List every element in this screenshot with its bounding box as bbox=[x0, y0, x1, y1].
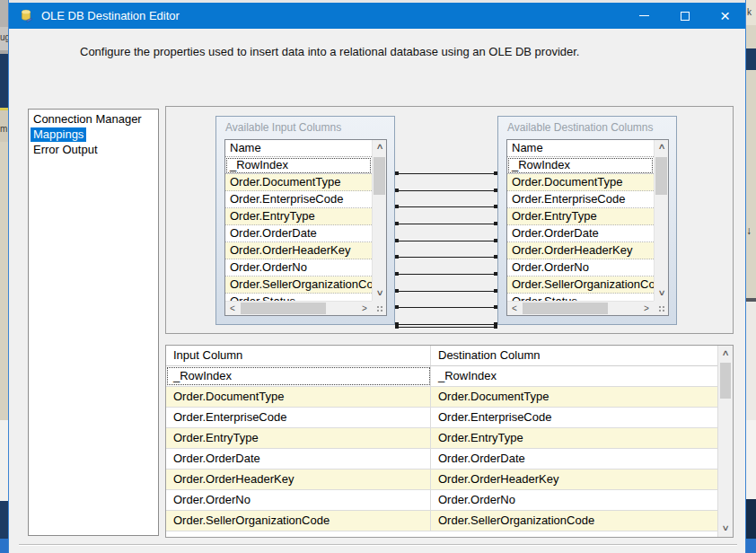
input-box-title: Available Input Columns bbox=[216, 117, 394, 134]
mapping-connection-line[interactable] bbox=[395, 291, 497, 292]
sidebar-item-mappings[interactable]: Mappings bbox=[31, 127, 158, 143]
mapping-connection-line[interactable] bbox=[395, 206, 497, 207]
destination-column-row[interactable]: Order.OrderDate bbox=[507, 225, 654, 242]
grid-vertical-scrollbar[interactable]: ∧ ∨ bbox=[717, 346, 733, 537]
destination-column-row[interactable]: Order.OrderHeaderKey bbox=[507, 242, 654, 259]
scroll-right-arrow-icon[interactable]: > bbox=[639, 302, 654, 316]
scroll-left-arrow-icon[interactable]: < bbox=[507, 302, 522, 316]
destination-column-row[interactable]: Order.OrderNo bbox=[507, 259, 654, 276]
grid-cell-destination[interactable]: Order.OrderNo bbox=[431, 490, 717, 510]
dataflow-arrow-icon: ↓ bbox=[746, 224, 752, 237]
grid-cell-input[interactable]: Order.OrderHeaderKey bbox=[166, 470, 431, 489]
sidebar-item-connection-manager[interactable]: Connection Manager bbox=[31, 112, 158, 127]
destination-column-row[interactable]: Order.SellerOrganizationCode bbox=[507, 276, 654, 294]
mapping-connection-line[interactable] bbox=[395, 190, 497, 191]
input-column-row[interactable]: Order.EnterpriseCode bbox=[225, 191, 372, 208]
grid-cell-destination[interactable]: Order.DocumentType bbox=[431, 387, 717, 407]
input-list-header: Name bbox=[225, 140, 372, 157]
destination-column-row[interactable]: Order.EnterpriseCode bbox=[507, 191, 654, 208]
grid-cell-destination[interactable]: _RowIndex bbox=[431, 366, 717, 386]
minimize-icon bbox=[639, 15, 649, 16]
grid-cell-input[interactable]: Order.EntryType bbox=[166, 428, 431, 448]
destination-column-row[interactable]: Order.EntryType bbox=[507, 208, 654, 225]
titlebar[interactable]: OLE DB Destination Editor × bbox=[9, 3, 745, 29]
window-title: OLE DB Destination Editor bbox=[41, 9, 180, 22]
grid-cell-input[interactable]: Order.SellerOrganizationCode bbox=[166, 511, 431, 531]
grid-row: Order.OrderNo Order.OrderNo bbox=[166, 490, 717, 511]
background-right-strip: k ↓ bbox=[746, 0, 756, 553]
scroll-left-arrow-icon[interactable]: < bbox=[225, 302, 240, 316]
dialog-description: Configure the properties used to insert … bbox=[80, 45, 579, 58]
grid-cell-input[interactable]: Order.OrderDate bbox=[166, 449, 431, 469]
input-column-row[interactable]: Order.EntryType bbox=[225, 208, 372, 225]
mapping-connection-line[interactable] bbox=[395, 241, 497, 241]
grid-header-input-column: Input Column bbox=[166, 346, 431, 365]
maximize-button[interactable] bbox=[664, 3, 705, 29]
scroll-down-arrow-icon[interactable]: ∨ bbox=[370, 286, 387, 301]
scroll-down-arrow-icon[interactable]: ∨ bbox=[652, 286, 669, 301]
bottom-divider bbox=[19, 544, 737, 545]
destination-column-row[interactable]: Order.DocumentType bbox=[507, 174, 654, 191]
page-list: Connection Manager Mappings Error Output bbox=[28, 109, 159, 536]
input-column-row[interactable]: Order.SellerOrganizationCode bbox=[225, 276, 372, 294]
input-list-vertical-scrollbar[interactable]: ∧ ∨ bbox=[372, 140, 386, 301]
scroll-up-arrow-icon[interactable]: ∧ bbox=[716, 347, 735, 361]
mapping-connection-line[interactable] bbox=[395, 173, 497, 174]
scroll-down-arrow-icon[interactable]: ∨ bbox=[716, 522, 735, 536]
grid-row: Order.OrderDate Order.OrderDate bbox=[166, 449, 717, 470]
scrollbar-thumb[interactable] bbox=[374, 157, 385, 195]
mapping-connection-line[interactable] bbox=[395, 307, 497, 308]
scrollbar-corner bbox=[372, 301, 386, 315]
scrollbar-thumb[interactable] bbox=[523, 303, 608, 314]
destination-list-vertical-scrollbar[interactable]: ∧ ∨ bbox=[654, 140, 668, 301]
grid-cell-destination[interactable]: Order.EntryType bbox=[431, 428, 717, 448]
grid-cell-destination[interactable]: Order.OrderDate bbox=[431, 449, 717, 469]
mapping-connection-line[interactable] bbox=[395, 324, 497, 325]
scroll-up-arrow-icon[interactable]: ∧ bbox=[370, 140, 387, 154]
minimize-button[interactable] bbox=[624, 3, 664, 29]
mapping-connection-line[interactable] bbox=[395, 224, 497, 224]
available-input-columns-box[interactable]: Available Input Columns Name _RowIndex O… bbox=[215, 116, 395, 325]
destination-column-row[interactable]: _RowIndex bbox=[507, 157, 654, 174]
grid-cell-input[interactable]: _RowIndex bbox=[166, 366, 431, 386]
close-button[interactable]: × bbox=[705, 3, 745, 29]
grid-cell-input[interactable]: Order.DocumentType bbox=[166, 387, 431, 407]
mapping-connection-line[interactable] bbox=[395, 274, 497, 275]
destination-list-header: Name bbox=[507, 140, 654, 157]
input-column-row[interactable]: _RowIndex bbox=[225, 157, 372, 174]
maximize-icon bbox=[681, 12, 690, 21]
grid-row: Order.OrderHeaderKey Order.OrderHeaderKe… bbox=[166, 470, 717, 490]
scroll-right-arrow-icon[interactable]: > bbox=[357, 302, 372, 316]
scrollbar-thumb[interactable] bbox=[720, 363, 731, 399]
input-column-row[interactable]: Order.OrderDate bbox=[225, 225, 372, 242]
resize-grip-icon[interactable] bbox=[376, 305, 384, 313]
destination-list-horizontal-scrollbar[interactable]: < > bbox=[507, 301, 654, 315]
grid-cell-destination[interactable]: Order.SellerOrganizationCode bbox=[431, 511, 717, 531]
input-column-row[interactable]: Order.DocumentType bbox=[225, 174, 372, 191]
grid-row: Order.EntryType Order.EntryType bbox=[166, 428, 717, 449]
input-column-row[interactable]: Order.OrderHeaderKey bbox=[225, 242, 372, 259]
grid-row: _RowIndex _RowIndex bbox=[166, 366, 717, 387]
mapping-grid: Input Column Destination Column _RowInde… bbox=[165, 345, 734, 538]
mapping-connection-line[interactable] bbox=[395, 257, 497, 258]
grid-cell-destination[interactable]: Order.EnterpriseCode bbox=[431, 408, 717, 427]
available-destination-columns-box[interactable]: Available Destination Columns Name _RowI… bbox=[497, 116, 677, 325]
ole-db-destination-editor-dialog: OLE DB Destination Editor × Configure th… bbox=[8, 0, 746, 553]
grid-cell-input[interactable]: Order.EnterpriseCode bbox=[166, 408, 431, 427]
scrollbar-corner bbox=[654, 301, 668, 315]
grid-header-row: Input Column Destination Column bbox=[166, 346, 717, 366]
grid-row: Order.EnterpriseCode Order.EnterpriseCod… bbox=[166, 408, 717, 428]
grid-cell-destination[interactable]: Order.OrderHeaderKey bbox=[431, 470, 717, 489]
scrollbar-thumb[interactable] bbox=[241, 303, 326, 314]
grid-cell-input[interactable]: Order.OrderNo bbox=[166, 490, 431, 510]
background-text-fragment: k bbox=[747, 7, 752, 17]
mapping-connection-line[interactable] bbox=[395, 327, 497, 328]
destination-columns-list: Name _RowIndex Order.DocumentType Order.… bbox=[506, 139, 669, 316]
scroll-up-arrow-icon[interactable]: ∧ bbox=[652, 140, 669, 154]
input-list-horizontal-scrollbar[interactable]: < > bbox=[225, 301, 372, 315]
resize-grip-icon[interactable] bbox=[658, 305, 666, 313]
input-column-row[interactable]: Order.OrderNo bbox=[225, 259, 372, 276]
sidebar-item-error-output[interactable]: Error Output bbox=[31, 143, 158, 158]
grid-row: Order.SellerOrganizationCode Order.Selle… bbox=[166, 511, 717, 531]
scrollbar-thumb[interactable] bbox=[655, 157, 667, 195]
